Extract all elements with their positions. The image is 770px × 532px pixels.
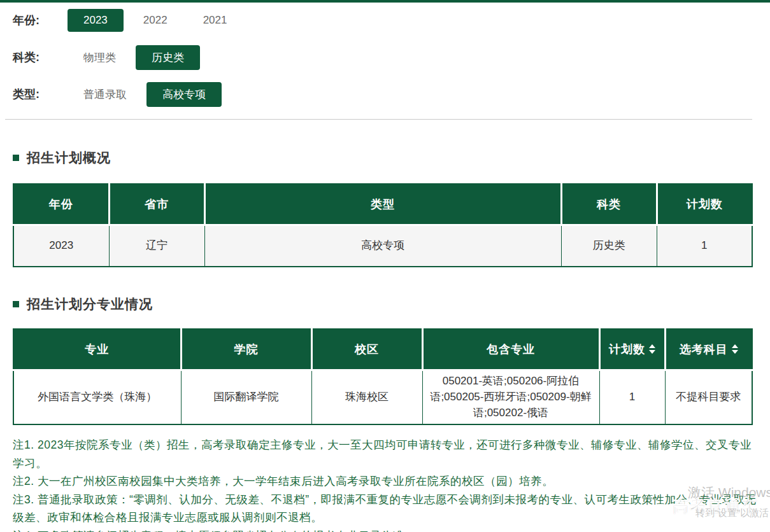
column-header-label: 计划数 [609,342,645,357]
column-header-label: 类型 [371,197,395,212]
note-1: 注1. 2023年按院系专业（类）招生，高考录取确定主修专业，大一至大四均可申请… [13,436,757,472]
overview-section-title-text: 招生计划概况 [27,149,111,167]
filter-label-subject-category: 科类: [13,50,52,65]
filter-panel: 年份:202320222021科类:物理类历史类类型:普通录取高校专项 [13,3,757,106]
major-section-title: 招生计划分专业情况 [13,295,757,313]
filter-option-year-2021[interactable]: 2021 [187,9,243,32]
sort-icon[interactable] [649,344,655,354]
column-header-类型: 类型 [204,184,561,225]
table-cell-类型: 高校专项 [204,225,561,267]
filter-option-subject-category-历史类[interactable]: 历史类 [136,45,200,70]
column-header-label: 选考科目 [680,342,728,357]
major-section-title-text: 招生计划分专业情况 [27,295,153,313]
column-header-包含专业: 包含专业 [422,329,599,370]
column-header-label: 科类 [597,197,621,212]
overview-table: 年份省市类型科类计划数2023辽宁高校专项历史类1 [13,183,753,267]
filter-label-admission-type: 类型: [13,87,52,102]
table-row: 外国语言文学类（珠海）国际翻译学院珠海校区050201-英语;050206-阿拉… [13,370,752,424]
column-header-学院: 学院 [181,329,311,370]
table-header-row: 专业学院校区包含专业计划数选考科目 [13,329,752,370]
table-cell-学院: 国际翻译学院 [181,370,311,424]
table-header-row: 年份省市类型科类计划数 [13,184,752,225]
note-2: 注2. 大一在广州校区南校园集中大类培养，大一学年结束后进入高考录取专业所在院系… [13,472,757,491]
filter-label-year: 年份: [13,13,52,28]
table-cell-校区: 珠海校区 [311,370,422,424]
table-cell-科类: 历史类 [561,225,657,267]
filter-options-year: 202320222021 [68,9,246,32]
note-4: 注4. 更多政策请参阅招生章程，填志愿须参照省招办公布的报考专业目录为准。 [13,527,757,532]
overview-section-title: 招生计划概况 [13,149,757,167]
column-header-label: 专业 [85,342,109,357]
column-header-label: 包含专业 [487,342,535,357]
table-cell-包含专业: 050201-英语;050206-阿拉伯语;050205-西班牙语;050209… [422,370,599,424]
table-cell-计划数: 1 [657,225,752,267]
notes-block: 注1. 2023年按院系专业（类）招生，高考录取确定主修专业，大一至大四均可申请… [13,436,757,532]
filter-option-year-2022[interactable]: 2022 [127,9,183,32]
column-header-计划数[interactable]: 计划数 [599,329,665,370]
note-3: 注3. 普通批录取政策：“零调剂、认加分、无级差、不退档”，即报满不重复的专业志… [13,491,757,527]
filter-option-admission-type-高校专项[interactable]: 高校专项 [146,82,222,107]
filter-option-subject-category-物理类[interactable]: 物理类 [68,45,132,70]
table-cell-选考科目: 不提科目要求 [665,370,752,424]
filter-row-admission-type: 类型:普通录取高校专项 [13,82,757,106]
filter-option-admission-type-普通录取[interactable]: 普通录取 [68,82,143,107]
column-header-专业: 专业 [13,329,181,370]
table-row: 2023辽宁高校专项历史类1 [13,225,752,267]
column-header-label: 计划数 [687,197,723,212]
filter-row-subject-category: 科类:物理类历史类 [13,45,757,69]
major-table: 专业学院校区包含专业计划数选考科目外国语言文学类（珠海）国际翻译学院珠海校区05… [13,328,753,425]
column-header-省市: 省市 [109,184,204,225]
filter-options-admission-type: 普通录取高校专项 [68,82,225,107]
column-header-计划数: 计划数 [657,184,752,225]
column-header-label: 校区 [355,342,379,357]
column-header-校区: 校区 [311,329,422,370]
square-bullet-icon [13,155,19,161]
column-header-年份: 年份 [13,184,109,225]
section-divider [5,119,752,120]
column-header-科类: 科类 [561,184,657,225]
sort-icon[interactable] [732,344,738,354]
table-cell-年份: 2023 [13,225,109,267]
square-bullet-icon [13,301,19,307]
table-cell-计划数: 1 [599,370,665,424]
filter-row-year: 年份:202320222021 [13,8,757,32]
filter-options-subject-category: 物理类历史类 [68,45,204,70]
filter-option-year-2023[interactable]: 2023 [68,9,124,32]
column-header-label: 省市 [145,197,169,212]
column-header-选考科目[interactable]: 选考科目 [665,329,752,370]
column-header-label: 年份 [49,197,73,212]
column-header-label: 学院 [234,342,259,357]
table-cell-省市: 辽宁 [109,225,204,267]
table-cell-专业: 外国语言文学类（珠海） [13,370,181,424]
